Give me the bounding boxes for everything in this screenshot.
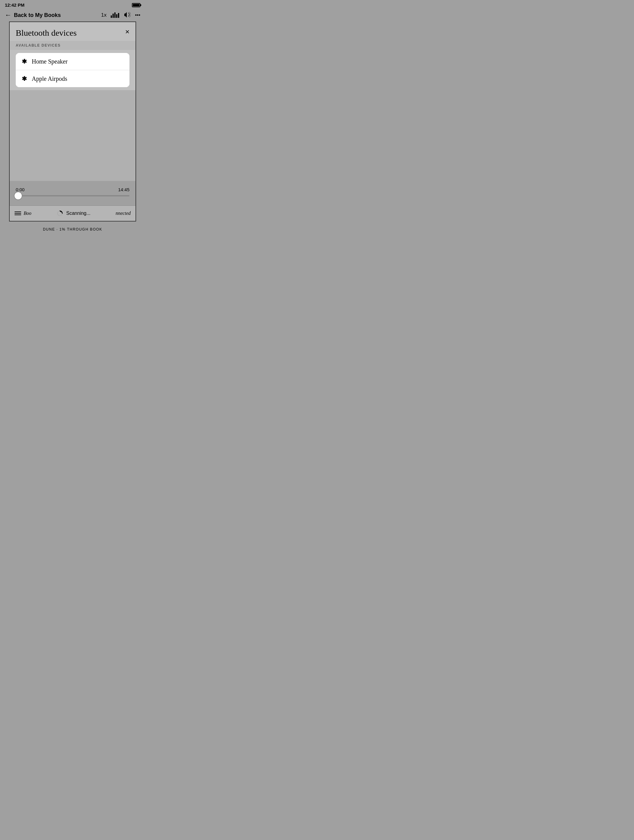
connected-text: nnected: [111, 206, 136, 220]
time-end: 14:45: [118, 187, 129, 192]
device-name-1: Apple Airpods: [32, 75, 67, 82]
bluetooth-modal: Bluetooth devices × AVAILABLE DEVICES ✱ …: [9, 22, 136, 221]
scanning-text: Scanning...: [66, 211, 90, 216]
nav-bar: ← Back to My Books 1x •••: [0, 9, 145, 22]
progress-thumb[interactable]: [14, 191, 22, 200]
hamburger-icon: [14, 212, 21, 215]
battery-icon: [132, 3, 140, 7]
bluetooth-icon-1: ✱: [22, 75, 27, 82]
bottom-toolbar: Boo Scanning... nnected: [9, 205, 136, 221]
scanning-area: Scanning...: [36, 206, 111, 221]
volume-button[interactable]: [123, 11, 131, 19]
volume-icon: [123, 11, 131, 17]
back-label: Back to My Books: [14, 12, 61, 19]
footer: DUNE · 1% THROUGH BOOK: [0, 221, 145, 237]
modal-body: [9, 90, 136, 181]
back-arrow-icon: ←: [5, 11, 11, 19]
back-button[interactable]: ← Back to My Books: [5, 11, 101, 19]
bluetooth-icon-0: ✱: [22, 58, 27, 65]
modal-header: Bluetooth devices ×: [9, 22, 136, 41]
bookmarks-button[interactable]: Boo: [9, 206, 36, 220]
status-bar: 12:42 PM: [0, 0, 145, 9]
close-button[interactable]: ×: [125, 28, 129, 35]
progress-area: 0:00 14:45: [9, 181, 136, 205]
progress-bar[interactable]: [16, 195, 129, 196]
device-name-0: Home Speaker: [32, 58, 68, 65]
device-item-apple-airpods[interactable]: ✱ Apple Airpods: [16, 70, 129, 87]
devices-list: ✱ Home Speaker ✱ Apple Airpods: [16, 53, 129, 87]
modal-title: Bluetooth devices: [16, 28, 77, 38]
available-devices-label: AVAILABLE DEVICES: [9, 41, 136, 50]
spinner-svg: [57, 210, 63, 217]
speed-button[interactable]: 1x: [101, 12, 106, 18]
nav-controls: 1x •••: [101, 11, 140, 19]
more-button[interactable]: •••: [135, 12, 140, 18]
footer-text: DUNE · 1% THROUGH BOOK: [43, 227, 102, 232]
time-row: 0:00 14:45: [16, 187, 129, 192]
device-item-home-speaker[interactable]: ✱ Home Speaker: [16, 53, 129, 70]
scanning-spinner: [57, 210, 63, 217]
bookmarks-label: Boo: [24, 211, 32, 216]
chapters-icon[interactable]: [111, 13, 119, 18]
status-time: 12:42 PM: [5, 2, 25, 8]
